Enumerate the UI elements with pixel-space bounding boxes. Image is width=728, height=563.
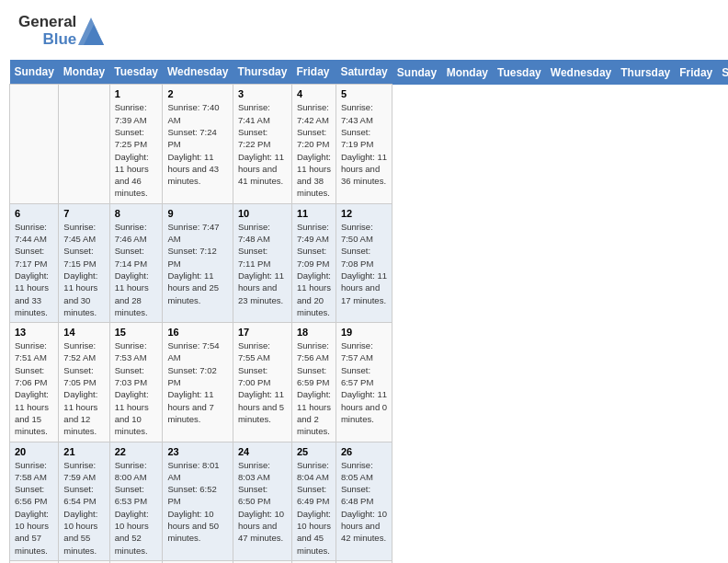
day-number: 18 [297, 327, 331, 338]
calendar-cell: 1Sunrise: 7:39 AM Sunset: 7:25 PM Daylig… [109, 85, 163, 203]
day-number: 25 [297, 446, 331, 457]
day-info: Sunrise: 7:51 AM Sunset: 7:06 PM Dayligh… [15, 339, 53, 437]
day-info: Sunrise: 7:59 AM Sunset: 6:54 PM Dayligh… [63, 459, 104, 557]
calendar-cell [59, 85, 109, 203]
calendar-cell: 19Sunrise: 7:57 AM Sunset: 6:57 PM Dayli… [336, 323, 392, 442]
day-number: 19 [341, 327, 387, 338]
day-info: Sunrise: 7:57 AM Sunset: 6:57 PM Dayligh… [341, 339, 387, 425]
day-info: Sunrise: 7:52 AM Sunset: 7:05 PM Dayligh… [63, 339, 104, 437]
header-wednesday: Wednesday [163, 60, 233, 85]
day-info: Sunrise: 7:45 AM Sunset: 7:15 PM Dayligh… [63, 221, 104, 318]
day-info: Sunrise: 7:54 AM Sunset: 7:02 PM Dayligh… [167, 339, 227, 425]
calendar-cell: 6Sunrise: 7:44 AM Sunset: 7:17 PM Daylig… [10, 203, 59, 322]
day-number: 7 [63, 208, 104, 219]
calendar-cell: 18Sunrise: 7:56 AM Sunset: 6:59 PM Dayli… [291, 323, 336, 442]
day-number: 16 [167, 327, 227, 338]
calendar-cell [10, 85, 59, 203]
day-info: Sunrise: 8:04 AM Sunset: 6:49 PM Dayligh… [297, 459, 331, 557]
header: General Blue [9, 9, 719, 52]
day-number: 3 [238, 88, 287, 99]
day-info: Sunrise: 7:53 AM Sunset: 7:03 PM Dayligh… [115, 339, 158, 437]
week-row-2: 6Sunrise: 7:44 AM Sunset: 7:17 PM Daylig… [10, 203, 729, 322]
day-info: Sunrise: 7:44 AM Sunset: 7:17 PM Dayligh… [15, 221, 53, 318]
calendar-cell: 10Sunrise: 7:48 AM Sunset: 7:11 PM Dayli… [233, 203, 291, 322]
header-day-sunday: Sunday [392, 60, 442, 85]
header-day-monday: Monday [442, 60, 493, 85]
header-day-friday: Friday [675, 60, 717, 85]
calendar-cell: 25Sunrise: 8:04 AM Sunset: 6:49 PM Dayli… [291, 442, 336, 560]
week-row-4: 20Sunrise: 7:58 AM Sunset: 6:56 PM Dayli… [10, 442, 729, 560]
calendar-cell: 23Sunrise: 8:01 AM Sunset: 6:52 PM Dayli… [163, 442, 233, 560]
week-row-1: 1Sunrise: 7:39 AM Sunset: 7:25 PM Daylig… [10, 85, 729, 203]
day-number: 11 [297, 208, 331, 219]
day-number: 15 [115, 327, 158, 338]
calendar-cell: 15Sunrise: 7:53 AM Sunset: 7:03 PM Dayli… [109, 323, 163, 442]
header-tuesday: Tuesday [109, 60, 163, 85]
day-number: 10 [238, 208, 287, 219]
day-number: 6 [15, 208, 53, 219]
header-saturday: Saturday [336, 60, 392, 85]
header-day-tuesday: Tuesday [493, 60, 546, 85]
calendar-cell: 13Sunrise: 7:51 AM Sunset: 7:06 PM Dayli… [10, 323, 59, 442]
calendar-cell: 9Sunrise: 7:47 AM Sunset: 7:12 PM Daylig… [163, 203, 233, 322]
header-day-saturday: Saturday [717, 60, 728, 85]
day-info: Sunrise: 7:49 AM Sunset: 7:09 PM Dayligh… [297, 221, 331, 318]
header-day-wednesday: Wednesday [546, 60, 616, 85]
day-number: 21 [63, 446, 104, 457]
day-number: 24 [238, 446, 287, 457]
day-number: 5 [341, 88, 387, 99]
week-row-3: 13Sunrise: 7:51 AM Sunset: 7:06 PM Dayli… [10, 323, 729, 442]
day-info: Sunrise: 7:50 AM Sunset: 7:08 PM Dayligh… [341, 221, 387, 306]
calendar-cell: 7Sunrise: 7:45 AM Sunset: 7:15 PM Daylig… [59, 203, 109, 322]
calendar-cell: 4Sunrise: 7:42 AM Sunset: 7:20 PM Daylig… [291, 85, 336, 203]
calendar-cell: 24Sunrise: 8:03 AM Sunset: 6:50 PM Dayli… [233, 442, 291, 560]
calendar-cell: 12Sunrise: 7:50 AM Sunset: 7:08 PM Dayli… [336, 203, 392, 322]
calendar-header-row: SundayMondayTuesdayWednesdayThursdayFrid… [10, 60, 729, 85]
calendar-table: SundayMondayTuesdayWednesdayThursdayFrid… [9, 60, 728, 563]
day-number: 26 [341, 446, 387, 457]
day-number: 4 [297, 88, 331, 99]
calendar-cell: 8Sunrise: 7:46 AM Sunset: 7:14 PM Daylig… [109, 203, 163, 322]
header-thursday: Thursday [233, 60, 291, 85]
day-info: Sunrise: 7:55 AM Sunset: 7:00 PM Dayligh… [238, 339, 287, 425]
calendar-cell: 16Sunrise: 7:54 AM Sunset: 7:02 PM Dayli… [163, 323, 233, 442]
day-number: 9 [167, 208, 227, 219]
day-info: Sunrise: 7:48 AM Sunset: 7:11 PM Dayligh… [238, 221, 287, 306]
day-info: Sunrise: 7:58 AM Sunset: 6:56 PM Dayligh… [15, 459, 53, 557]
logo-icon [78, 17, 104, 45]
calendar-cell: 3Sunrise: 7:41 AM Sunset: 7:22 PM Daylig… [233, 85, 291, 203]
calendar-cell: 26Sunrise: 8:05 AM Sunset: 6:48 PM Dayli… [336, 442, 392, 560]
header-day-thursday: Thursday [616, 60, 675, 85]
calendar-cell: 11Sunrise: 7:49 AM Sunset: 7:09 PM Dayli… [291, 203, 336, 322]
day-number: 13 [15, 327, 53, 338]
calendar-cell: 22Sunrise: 8:00 AM Sunset: 6:53 PM Dayli… [109, 442, 163, 560]
day-info: Sunrise: 7:46 AM Sunset: 7:14 PM Dayligh… [115, 221, 158, 318]
day-number: 14 [63, 327, 104, 338]
calendar-cell: 17Sunrise: 7:55 AM Sunset: 7:00 PM Dayli… [233, 323, 291, 442]
day-number: 12 [341, 208, 387, 219]
day-info: Sunrise: 8:05 AM Sunset: 6:48 PM Dayligh… [341, 459, 387, 545]
day-number: 8 [115, 208, 158, 219]
day-info: Sunrise: 7:41 AM Sunset: 7:22 PM Dayligh… [238, 101, 287, 187]
calendar-cell: 2Sunrise: 7:40 AM Sunset: 7:24 PM Daylig… [163, 85, 233, 203]
day-number: 2 [167, 88, 227, 99]
header-sunday: Sunday [10, 60, 59, 85]
calendar-cell: 14Sunrise: 7:52 AM Sunset: 7:05 PM Dayli… [59, 323, 109, 442]
day-info: Sunrise: 7:56 AM Sunset: 6:59 PM Dayligh… [297, 339, 331, 437]
header-monday: Monday [59, 60, 109, 85]
logo-blue: Blue [42, 31, 76, 49]
day-number: 17 [238, 327, 287, 338]
day-info: Sunrise: 7:42 AM Sunset: 7:20 PM Dayligh… [297, 101, 331, 199]
header-friday: Friday [291, 60, 336, 85]
day-number: 20 [15, 446, 53, 457]
logo-general: General [18, 14, 76, 31]
day-info: Sunrise: 7:40 AM Sunset: 7:24 PM Dayligh… [167, 101, 227, 187]
calendar-cell: 20Sunrise: 7:58 AM Sunset: 6:56 PM Dayli… [10, 442, 59, 560]
calendar-cell: 21Sunrise: 7:59 AM Sunset: 6:54 PM Dayli… [59, 442, 109, 560]
day-info: Sunrise: 8:00 AM Sunset: 6:53 PM Dayligh… [115, 459, 158, 557]
day-info: Sunrise: 8:01 AM Sunset: 6:52 PM Dayligh… [167, 459, 227, 545]
logo-container: General Blue [18, 14, 98, 48]
day-info: Sunrise: 7:39 AM Sunset: 7:25 PM Dayligh… [115, 101, 158, 199]
day-number: 23 [167, 446, 227, 457]
day-info: Sunrise: 7:47 AM Sunset: 7:12 PM Dayligh… [167, 221, 227, 306]
